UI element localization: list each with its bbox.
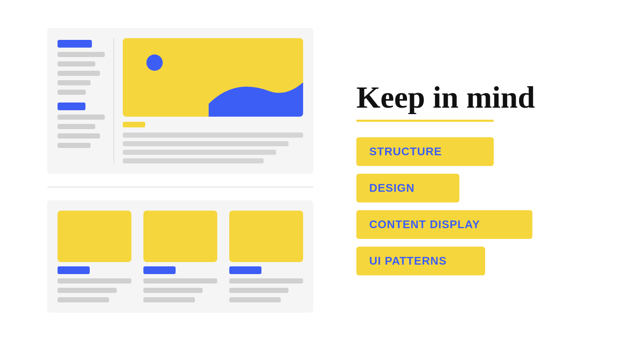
text-line-1	[123, 133, 303, 138]
card-item-3	[229, 211, 303, 302]
sidebar-gray-bar-2	[58, 61, 95, 66]
image-circle	[146, 54, 163, 71]
card-text-3c	[229, 297, 281, 302]
tag-ui-patterns-label: UI PATTERNS	[369, 254, 447, 268]
cards-row	[58, 211, 303, 302]
sidebar-gray-bar-3	[58, 71, 100, 76]
tag-ui-patterns: UI PATTERNS	[356, 247, 485, 275]
tag-design-label: DESIGN	[369, 181, 415, 195]
card-blue-bar-2	[143, 266, 176, 274]
heading-underline	[356, 120, 494, 122]
tag-structure-label: STRUCTURE	[369, 145, 442, 158]
sidebar-gray-bar-4	[58, 80, 91, 85]
card-text-1c	[58, 297, 109, 302]
card-yellow-2	[143, 211, 217, 262]
card-text-2c	[143, 297, 195, 302]
wireframe-illustration	[47, 28, 313, 328]
card-yellow-1	[58, 211, 131, 262]
tag-list: STRUCTURE DESIGN CONTENT DISPLAY UI PATT…	[356, 137, 597, 275]
card-text-3a	[229, 278, 303, 284]
content-text-lines	[123, 133, 303, 163]
vertical-divider	[113, 38, 114, 163]
tag-design: DESIGN	[356, 174, 459, 202]
sidebar-blue-bar-1	[58, 40, 92, 48]
text-line-4	[123, 158, 264, 163]
text-line-3	[123, 150, 276, 155]
wireframe-top-card	[47, 28, 313, 174]
card-text-2b	[143, 288, 203, 293]
content-tag-yellow	[123, 122, 145, 127]
wireframe-sidebar	[58, 38, 105, 163]
card-text-2a	[143, 278, 217, 284]
card-text-1b	[58, 288, 117, 293]
image-wave	[209, 69, 303, 117]
card-blue-bar-1	[58, 266, 90, 274]
sidebar-blue-bar-2	[58, 103, 85, 110]
sidebar-gray-bar-9	[58, 143, 91, 148]
wireframe-content	[123, 38, 303, 163]
card-yellow-3	[229, 211, 303, 262]
card-item-2	[143, 211, 217, 302]
sidebar-gray-bar-6	[58, 115, 105, 120]
tag-structure: STRUCTURE	[356, 137, 494, 166]
card-text-1a	[58, 278, 131, 284]
text-line-2	[123, 141, 289, 146]
sidebar-gray-bar-8	[58, 133, 100, 139]
keep-in-mind-section: Keep in mind STRUCTURE DESIGN CONTENT DI…	[356, 81, 597, 275]
tag-content-display-label: CONTENT DISPLAY	[369, 218, 480, 231]
card-blue-bar-3	[229, 266, 261, 274]
section-heading: Keep in mind	[356, 81, 597, 115]
wireframe-bottom-card	[47, 200, 313, 313]
card-text-3b	[229, 288, 289, 293]
card-item-1	[58, 211, 131, 302]
sidebar-gray-bar-5	[58, 90, 86, 95]
sidebar-gray-bar-7	[58, 124, 95, 129]
horizontal-divider	[47, 187, 313, 187]
image-placeholder	[123, 38, 303, 117]
tag-content-display: CONTENT DISPLAY	[356, 210, 532, 239]
page-container: Keep in mind STRUCTURE DESIGN CONTENT DI…	[0, 0, 644, 356]
sidebar-gray-bar-1	[58, 52, 105, 57]
